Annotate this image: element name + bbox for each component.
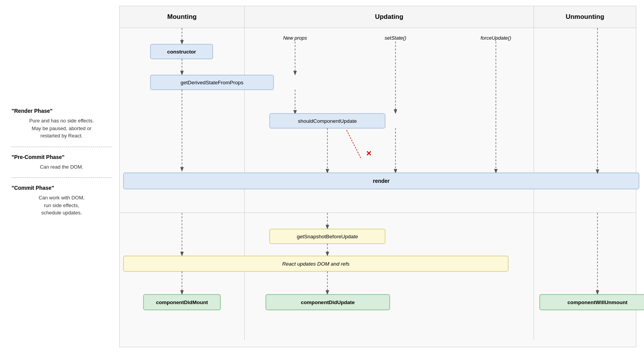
render-phase-text: Pure and has no side effects.May be paus…: [12, 117, 112, 140]
get-derived-box-label: getDerivedStateFromProps: [180, 80, 244, 85]
react-updates-dom-label: React updates DOM and refs: [282, 261, 350, 267]
divider-1: [12, 147, 112, 147]
pre-commit-phase-text: Can read the DOM.: [12, 163, 112, 171]
component-did-mount-label: componentDidMount: [156, 299, 208, 305]
main-diagram: Mounting Updating Unmounting: [119, 6, 636, 347]
commit-phase-text: Can work with DOM,run side effects,sched…: [12, 194, 112, 217]
headers-row: Mounting Updating Unmounting: [120, 6, 636, 28]
new-props-label: New props: [283, 35, 307, 41]
constructor-box-label: constructor: [167, 49, 196, 55]
commit-phase-svg: getSnapshotBeforeUpdate React updates DO…: [120, 213, 636, 340]
forceupdate-label: forceUpdate(): [480, 35, 511, 41]
divider-2: [12, 177, 112, 178]
commit-phase-annotation: "Commit Phase" Can work with DOM,run sid…: [12, 185, 112, 217]
unmounting-header: Unmounting: [534, 6, 636, 28]
pre-commit-phase-title: "Pre-Commit Phase": [12, 154, 112, 160]
mounting-header: Mounting: [120, 6, 245, 28]
commit-phase-row: getSnapshotBeforeUpdate React updates DO…: [120, 213, 636, 340]
red-x-mark: ✕: [366, 150, 372, 157]
updating-header: Updating: [245, 6, 534, 28]
render-phase-annotation: "Render Phase" Pure and has no side effe…: [12, 108, 112, 140]
commit-phase-title: "Commit Phase": [12, 185, 112, 191]
red-x-line: [347, 130, 361, 159]
render-box-label: render: [373, 178, 390, 184]
setstate-label: setState(): [385, 35, 406, 41]
pre-commit-phase-annotation: "Pre-Commit Phase" Can read the DOM.: [12, 154, 112, 171]
render-phase-svg: constructor getDerivedStateFromProps New…: [120, 28, 636, 212]
component-did-update-label: componentDidUpdate: [301, 299, 355, 305]
render-phase-row: constructor getDerivedStateFromProps New…: [120, 28, 636, 213]
should-update-box-label: shouldComponentUpdate: [298, 118, 357, 124]
left-panel: "Render Phase" Pure and has no side effe…: [0, 0, 119, 353]
component-will-unmount-label: componentWillUnmount: [567, 299, 627, 305]
diagram-wrapper: "Render Phase" Pure and has no side effe…: [0, 0, 644, 353]
get-snapshot-box-label: getSnapshotBeforeUpdate: [297, 234, 358, 239]
render-phase-title: "Render Phase": [12, 108, 112, 114]
